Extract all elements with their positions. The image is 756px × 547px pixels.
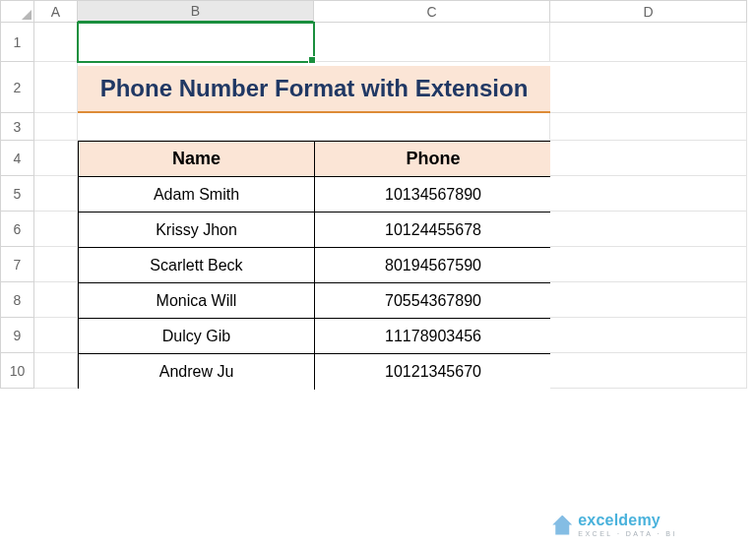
cell-bc3[interactable] bbox=[78, 113, 550, 141]
row-header-7[interactable]: 7 bbox=[1, 247, 34, 282]
cell-d3[interactable] bbox=[550, 113, 747, 141]
cell-d6[interactable] bbox=[550, 212, 747, 247]
watermark-tag: EXCEL · DATA · BI bbox=[578, 530, 677, 537]
title-banner: Phone Number Format with Extension bbox=[78, 66, 550, 113]
cell-a10[interactable] bbox=[34, 353, 78, 389]
table-row[interactable]: Krissy Jhon bbox=[79, 213, 315, 248]
cell-a4[interactable] bbox=[34, 141, 78, 176]
cell-a7[interactable] bbox=[34, 247, 78, 282]
row-header-8[interactable]: 8 bbox=[1, 282, 34, 318]
cell-d2[interactable] bbox=[550, 62, 747, 113]
cell-d5[interactable] bbox=[550, 176, 747, 212]
row-header-1[interactable]: 1 bbox=[1, 23, 34, 62]
row-header-3[interactable]: 3 bbox=[1, 113, 34, 141]
data-table: Name Phone Adam Smith 10134567890 Krissy… bbox=[78, 141, 550, 389]
row-header-6[interactable]: 6 bbox=[1, 212, 34, 247]
cell-a5[interactable] bbox=[34, 176, 78, 212]
watermark: exceldemy EXCEL · DATA · BI bbox=[552, 513, 677, 537]
cell-d7[interactable] bbox=[550, 247, 747, 282]
select-all-icon bbox=[22, 10, 32, 20]
column-header-c[interactable]: C bbox=[314, 1, 550, 23]
select-all-corner[interactable] bbox=[1, 1, 34, 23]
table-row[interactable]: 80194567590 bbox=[315, 248, 551, 283]
cell-a6[interactable] bbox=[34, 212, 78, 247]
cell-d9[interactable] bbox=[550, 318, 747, 353]
cell-a3[interactable] bbox=[34, 113, 78, 141]
cell-b1[interactable] bbox=[78, 23, 314, 62]
column-header-b[interactable]: B bbox=[78, 1, 314, 23]
cell-d4[interactable] bbox=[550, 141, 747, 176]
table-row[interactable]: 10134567890 bbox=[315, 177, 551, 213]
column-header-d[interactable]: D bbox=[550, 1, 747, 23]
cell-d1[interactable] bbox=[550, 23, 747, 62]
table-row[interactable]: 70554367890 bbox=[315, 283, 551, 319]
worksheet-grid: A B C D 1 2 Phone Number Format with Ext… bbox=[0, 0, 747, 389]
cell-a1[interactable] bbox=[34, 23, 78, 62]
table-header-phone: Phone bbox=[315, 142, 551, 177]
row-header-4[interactable]: 4 bbox=[1, 141, 34, 176]
title-text: Phone Number Format with Extension bbox=[100, 75, 529, 102]
cell-c1[interactable] bbox=[314, 23, 550, 62]
table-row[interactable]: Monica Will bbox=[79, 283, 315, 319]
cell-a2[interactable] bbox=[34, 62, 78, 113]
table-row[interactable]: Adam Smith bbox=[79, 177, 315, 213]
table-row[interactable]: Scarlett Beck bbox=[79, 248, 315, 283]
row-header-2[interactable]: 2 bbox=[1, 62, 34, 113]
cell-d10[interactable] bbox=[550, 353, 747, 389]
table-header-name: Name bbox=[79, 142, 315, 177]
table-row[interactable]: 11178903456 bbox=[315, 319, 551, 354]
cell-d8[interactable] bbox=[550, 282, 747, 318]
row-header-9[interactable]: 9 bbox=[1, 318, 34, 353]
row-header-5[interactable]: 5 bbox=[1, 176, 34, 212]
table-row[interactable]: Dulcy Gib bbox=[79, 319, 315, 354]
table-row[interactable]: 10124455678 bbox=[315, 213, 551, 248]
row-header-10[interactable]: 10 bbox=[1, 353, 34, 389]
cell-a9[interactable] bbox=[34, 318, 78, 353]
cell-a8[interactable] bbox=[34, 282, 78, 318]
table-row[interactable]: 10121345670 bbox=[315, 354, 551, 390]
table-row[interactable]: Andrew Ju bbox=[79, 354, 315, 390]
watermark-brand: exceldemy bbox=[578, 513, 677, 528]
logo-icon bbox=[552, 516, 572, 535]
column-header-a[interactable]: A bbox=[34, 1, 78, 23]
